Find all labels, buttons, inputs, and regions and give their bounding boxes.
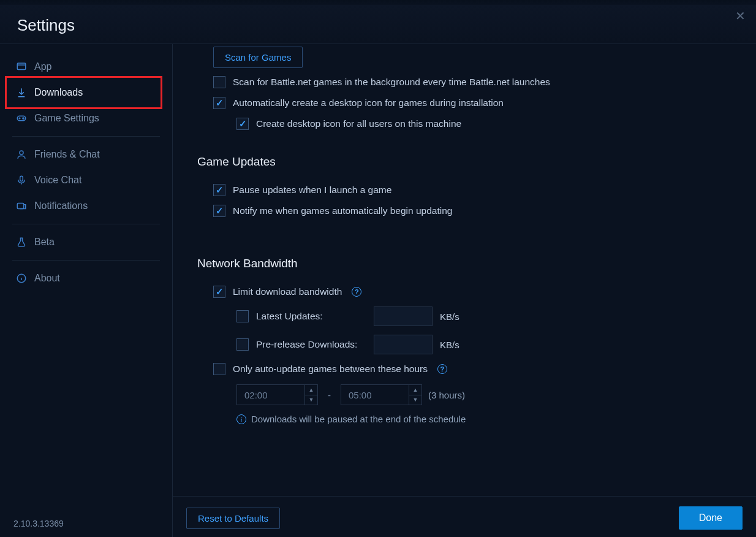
done-button[interactable]: Done [679,506,743,530]
auto-update-hours-checkbox[interactable] [213,363,225,375]
sidebar-item-label: Friends & Chat [34,149,100,160]
limit-bandwidth-label: Limit download bandwidth [233,286,342,297]
help-icon[interactable]: ? [352,287,361,297]
sidebar-item-friends-chat[interactable]: Friends & Chat [9,142,164,167]
microphone-icon [16,175,27,186]
unit-label: KB/s [440,311,459,322]
notify-auto-update-label: Notify me when games automatically begin… [233,205,452,216]
icon-all-users-label: Create desktop icon for all users on thi… [256,118,461,129]
chevron-up-icon[interactable]: ▲ [409,385,421,395]
flask-icon [16,237,27,248]
version-label: 2.10.3.13369 [13,519,64,528]
time-end-input[interactable] [341,385,409,405]
sidebar-item-about[interactable]: About [9,265,164,291]
time-dash: - [324,390,335,400]
sidebar: App Downloads Game Settings Friends & Ch… [0,44,173,537]
prerelease-checkbox[interactable] [236,338,249,351]
limit-bandwidth-checkbox[interactable] [213,286,225,298]
help-icon[interactable]: ? [437,364,447,374]
friends-icon [16,149,27,160]
pause-on-launch-label: Pause updates when I launch a game [233,185,391,196]
icon-all-users-checkbox[interactable] [236,118,249,130]
sidebar-item-downloads[interactable]: Downloads [9,80,164,105]
dialog-footer: Reset to Defaults Done [173,496,756,537]
notify-auto-update-checkbox[interactable] [213,205,225,217]
auto-update-hours-label: Only auto-update games between these hou… [233,364,428,375]
time-end-spinner[interactable]: ▲ ▼ [341,384,422,405]
sidebar-item-voice-chat[interactable]: Voice Chat [9,167,164,193]
sidebar-item-label: Game Settings [34,113,99,124]
time-start-spinner[interactable]: ▲ ▼ [236,384,318,405]
sidebar-item-label: App [34,61,51,72]
settings-content: Scan for Games Scan for Battle.net games… [173,44,756,496]
chevron-down-icon[interactable]: ▼ [409,395,421,405]
divider [12,136,160,137]
sidebar-item-label: Notifications [34,200,88,211]
latest-updates-input[interactable] [374,307,433,326]
duration-label: (3 hours) [428,390,465,400]
scan-background-checkbox[interactable] [213,76,225,88]
svg-rect-5 [17,204,24,209]
unit-label: KB/s [440,340,459,350]
info-icon [16,273,27,284]
auto-desktop-icon-checkbox[interactable] [213,97,225,109]
scan-games-button[interactable]: Scan for Games [213,47,303,68]
sidebar-item-beta[interactable]: Beta [9,229,164,255]
sidebar-item-label: About [34,273,60,284]
svg-rect-4 [20,176,23,181]
game-settings-icon [16,113,27,124]
divider [12,224,160,224]
sidebar-item-label: Voice Chat [34,175,81,186]
prerelease-label: Pre-release Downloads: [256,339,366,350]
app-icon [16,61,27,72]
notifications-icon [16,200,27,211]
pause-on-launch-checkbox[interactable] [213,184,225,196]
time-start-input[interactable] [237,385,304,405]
chevron-down-icon[interactable]: ▼ [305,395,317,405]
sidebar-item-app[interactable]: App [9,54,164,80]
svg-point-3 [20,151,23,154]
settings-header: Settings ✕ [0,5,756,44]
sidebar-item-label: Downloads [34,87,83,98]
svg-rect-0 [17,63,26,70]
page-title: Settings [17,16,739,35]
close-icon: ✕ [735,9,746,23]
prerelease-input[interactable] [374,335,433,354]
schedule-info-text: Downloads will be paused at the end of t… [251,414,466,424]
network-bandwidth-title: Network Bandwidth [197,257,731,270]
latest-updates-checkbox[interactable] [236,310,249,322]
chevron-up-icon[interactable]: ▲ [305,385,317,395]
scan-background-label: Scan for Battle.net games in the backgro… [233,77,550,88]
close-button[interactable]: ✕ [733,9,747,23]
sidebar-item-notifications[interactable]: Notifications [9,193,164,219]
reset-defaults-button[interactable]: Reset to Defaults [186,508,280,529]
latest-updates-label: Latest Updates: [256,311,366,322]
sidebar-item-label: Beta [34,237,55,248]
divider [12,260,160,261]
info-icon: i [236,414,246,424]
auto-desktop-icon-label: Automatically create a desktop icon for … [233,97,504,109]
game-updates-title: Game Updates [197,155,731,169]
download-icon [16,87,27,98]
svg-point-2 [23,118,24,119]
sidebar-item-game-settings[interactable]: Game Settings [9,105,164,131]
